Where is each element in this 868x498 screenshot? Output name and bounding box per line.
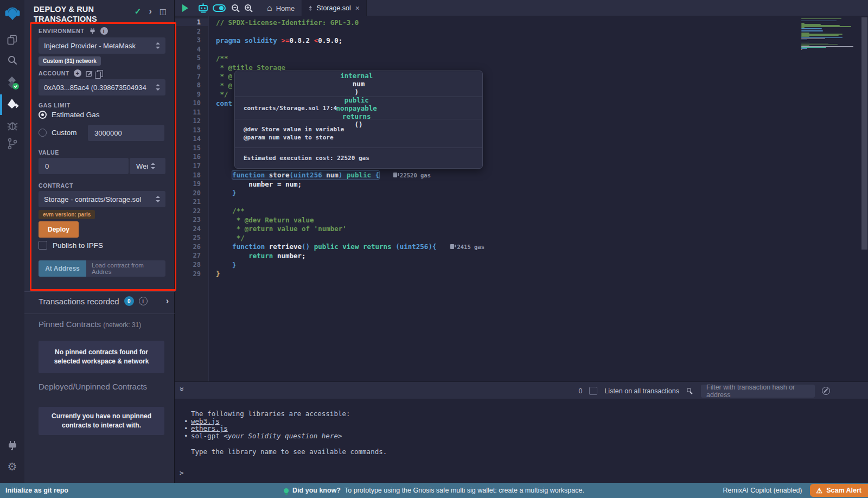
expand-panel-icon[interactable]: ›: [149, 8, 151, 15]
publish-ipfs-option[interactable]: Publish to IPFS: [39, 241, 103, 250]
close-tab-icon[interactable]: ×: [355, 4, 360, 12]
account-select[interactable]: 0xA03...85ac4 (0.398673504934: [39, 79, 165, 95]
code-line: 5/**: [175, 54, 868, 63]
function-hover-tooltip: function store (uint256 internal num) pu…: [234, 71, 483, 169]
terminal[interactable]: The following libraries are accessible: …: [175, 399, 868, 483]
zoom-out-button[interactable]: [231, 0, 240, 16]
select-stepper-icon: [155, 84, 160, 91]
tooltip-gas-cost: Estimated execution cost: 22520 gas: [235, 148, 482, 168]
run-script-button[interactable]: [182, 0, 188, 16]
did-you-know-tip: Did you know? To prototype using the Gno…: [284, 487, 584, 494]
toggle-on-icon: [213, 4, 226, 12]
zoom-in-icon: [244, 4, 253, 13]
code-line: 1// SPDX-License-Identifier: GPL-3.0: [175, 18, 868, 27]
remix-logo-icon[interactable]: [0, 4, 24, 23]
editor-tabbar: ⌂ Home Storage.sol ×: [175, 0, 868, 16]
estimated-gas-radio[interactable]: [39, 111, 47, 119]
listen-all-label: Listen on all transactions: [604, 387, 679, 395]
plug-icon: [89, 28, 96, 35]
code-line: 24 * @return value of 'number': [175, 225, 868, 234]
debugger-icon[interactable]: [0, 116, 24, 135]
custom-gas-radio[interactable]: [39, 129, 47, 137]
transactions-expand-icon[interactable]: ›: [166, 296, 169, 306]
scam-alert-badge[interactable]: ⚠ Scam Alert: [810, 484, 868, 497]
publish-ipfs-checkbox[interactable]: [39, 241, 47, 250]
clear-terminal-icon[interactable]: [822, 387, 830, 395]
terminal-library-item[interactable]: •ethers.js: [191, 425, 350, 432]
fuel-icon: [450, 244, 454, 249]
custom-gas-option[interactable]: Custom: [39, 129, 77, 137]
deploy-run-icon[interactable]: [0, 95, 24, 114]
git-init-button[interactable]: Initialize as git repo: [5, 487, 68, 494]
plugin-manager-icon[interactable]: [0, 437, 24, 455]
listen-all-checkbox[interactable]: [589, 387, 597, 395]
zoom-out-icon: [231, 4, 240, 13]
terminal-search-icon: [686, 387, 694, 395]
value-unit-select[interactable]: Wei: [130, 158, 165, 174]
file-explorer-icon[interactable]: [0, 30, 24, 49]
network-badge: Custom (31) network: [39, 56, 101, 66]
solidity-compiler-icon[interactable]: [0, 74, 24, 92]
value-label: VALUE: [39, 149, 59, 156]
terminal-hint-line: Type the library name to see available c…: [191, 448, 387, 456]
play-icon: [182, 4, 188, 12]
account-label: ACCOUNT: [39, 69, 103, 77]
code-line: 22 /**: [175, 206, 868, 215]
robot-icon: [197, 3, 209, 14]
zoom-in-button[interactable]: [244, 0, 253, 16]
ai-copilot-button[interactable]: [197, 0, 209, 16]
copilot-toggle[interactable]: [213, 0, 226, 16]
tab-home[interactable]: ⌂ Home: [267, 0, 295, 16]
code-line: 20 }: [175, 188, 868, 197]
deploy-button[interactable]: Deploy: [39, 221, 79, 238]
gas-limit-label: GAS LIMIT: [39, 102, 71, 108]
terminal-filter-input[interactable]: Filter with transaction hash or address: [701, 385, 815, 398]
code-line: 26 function retrieve() public view retur…: [175, 242, 868, 252]
pinned-contracts-title: Pinned Contracts (network: 31): [39, 320, 141, 329]
transactions-info-icon[interactable]: [139, 297, 148, 305]
panel-title: DEPLOY & RUN TRANSACTIONS: [34, 4, 126, 24]
copy-address-icon[interactable]: [97, 70, 103, 77]
environment-info-icon[interactable]: [100, 27, 108, 35]
terminal-intro-line: The following libraries are accessible:: [191, 410, 350, 418]
transactions-recorded-row[interactable]: Transactions recorded 0 ›: [39, 296, 169, 306]
pending-tx-count: 0: [578, 387, 582, 395]
status-bar: Initialize as git repo Did you know? To …: [0, 483, 868, 498]
contract-select[interactable]: Storage - contracts/Storage.sol: [39, 191, 165, 207]
gas-estimate-annotation: 22520 gas: [393, 172, 431, 178]
tooltip-signature: function store (uint256 internal num) pu…: [235, 71, 482, 97]
code-line: 25 */: [175, 233, 868, 242]
pinned-empty-message: No pinned contracts found forselected wo…: [39, 341, 164, 373]
at-address-input[interactable]: Load contract from Addres: [86, 260, 165, 277]
tab-storage-sol[interactable]: Storage.sol ×: [302, 0, 367, 16]
transactions-count-badge: 0: [124, 296, 134, 306]
git-icon[interactable]: [0, 135, 24, 153]
environment-label: ENVIRONMENT: [39, 27, 108, 35]
create-account-icon[interactable]: [74, 69, 81, 77]
home-icon: ⌂: [267, 4, 272, 12]
terminal-library-item[interactable]: •web3.js: [191, 418, 350, 425]
deployed-contracts-title: Deployed/Unpinned Contracts: [39, 382, 147, 391]
terminal-prompt[interactable]: >: [180, 469, 184, 477]
search-icon[interactable]: [0, 51, 24, 69]
select-stepper-icon: [150, 163, 155, 169]
settings-gear-icon[interactable]: ⚙: [0, 457, 24, 476]
code-line: 27 return number;: [175, 251, 868, 260]
estimated-gas-option[interactable]: Estimated Gas: [39, 111, 100, 119]
pin-panel-icon[interactable]: ◫: [159, 7, 167, 16]
contract-label: CONTRACT: [39, 182, 73, 189]
sign-message-icon[interactable]: [86, 70, 93, 77]
editor-scrollbar[interactable]: [861, 17, 867, 250]
evm-version-badge: evm version: paris: [39, 210, 95, 219]
copilot-status[interactable]: RemixAI Copilot (enabled): [723, 487, 802, 494]
at-address-button[interactable]: At Address: [39, 260, 86, 277]
value-input[interactable]: 0: [39, 158, 129, 174]
deployed-empty-message: Currently you have no unpinnedcontracts …: [39, 407, 164, 435]
environment-select[interactable]: Injected Provider - MetaMask: [39, 37, 165, 54]
custom-gas-input[interactable]: 3000000: [88, 125, 164, 141]
warning-icon: ⚠: [816, 487, 823, 495]
editor-minimap[interactable]: [801, 18, 856, 50]
code-line: 21: [175, 197, 868, 207]
remix-ide-window: ⚙ DEPLOY & RUN TRANSACTIONS ✓ › ◫ ENVIRO…: [0, 0, 868, 498]
collapse-terminal-icon[interactable]: »: [178, 387, 187, 391]
